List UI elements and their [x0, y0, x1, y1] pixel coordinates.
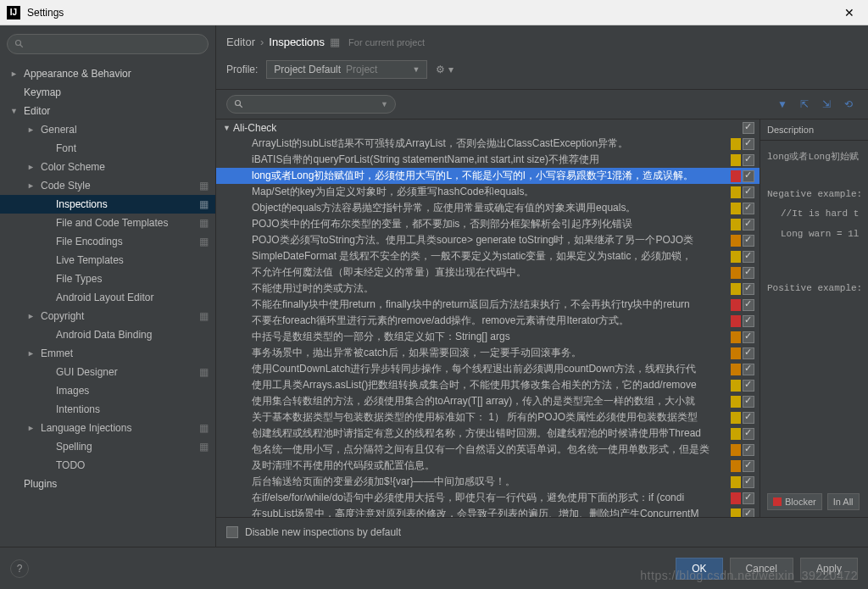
sidebar-item[interactable]: Intentions	[0, 400, 215, 419]
inspection-checkbox[interactable]	[743, 476, 754, 488]
inspection-text: Map/Set的key为自定义对象时，必须重写hashCode和equals。	[252, 185, 731, 199]
inspection-row[interactable]: 关于基本数据类型与包装数据类型的使用标准如下： 1） 所有的POJO类属性必须使…	[216, 409, 760, 425]
inspection-checkbox[interactable]	[743, 492, 754, 504]
inspection-checkbox[interactable]	[743, 364, 754, 375]
sidebar-item[interactable]: ►Language Injections▦	[0, 419, 215, 437]
reset-icon[interactable]: ⟲	[839, 95, 858, 114]
sidebar-item[interactable]: Spelling▦	[0, 437, 215, 456]
inspection-row[interactable]: 后台输送给页面的变量必须加$!{var}——中间加感叹号！。	[216, 474, 760, 490]
inspection-row[interactable]: SimpleDateFormat 是线程不安全的类，一般不要定义为static变…	[216, 248, 760, 264]
inspection-checkbox[interactable]	[743, 203, 754, 214]
sidebar-item[interactable]: File Encodings▦	[0, 232, 215, 251]
inspection-checkbox[interactable]	[743, 508, 754, 518]
inspection-text: 使用工具类Arrays.asList()把数组转换成集合时，不能使用其修改集合相…	[252, 378, 731, 392]
inspection-checkbox[interactable]	[743, 412, 754, 424]
inspection-checkbox[interactable]	[743, 331, 754, 343]
inspection-row[interactable]: Object的equals方法容易抛空指针异常，应使用常量或确定有值的对象来调用…	[216, 200, 760, 216]
inspection-row[interactable]: Map/Set的key为自定义对象时，必须重写hashCode和equals。	[216, 184, 760, 200]
inspection-checkbox[interactable]	[743, 380, 754, 392]
sidebar-item[interactable]: File and Code Templates▦	[0, 214, 215, 232]
inspection-checkbox[interactable]	[743, 267, 754, 279]
inspection-row[interactable]: 包名统一使用小写，点分隔符之间有且仅有一个自然语义的英语单词。包名统一使用单数形…	[216, 442, 760, 458]
sidebar-item[interactable]: File Types	[0, 269, 215, 288]
inspection-text: 不要在foreach循环里进行元素的remove/add操作。remove元素请…	[252, 314, 731, 328]
sidebar-item[interactable]: ►Copyright▦	[0, 307, 215, 325]
inspection-row[interactable]: 使用工具类Arrays.asList()把数组转换成集合时，不能使用其修改集合相…	[216, 377, 760, 393]
disable-checkbox[interactable]	[226, 526, 238, 538]
tree-arrow-icon: ▼	[223, 124, 233, 132]
inspection-row[interactable]: 不能使用过时的类或方法。	[216, 281, 760, 297]
inspection-row[interactable]: 使用CountDownLatch进行异步转同步操作，每个线程退出前必须调用cou…	[216, 361, 760, 377]
inspection-row[interactable]: 创建线程或线程池时请指定有意义的线程名称，方便出错时回溯。创建线程池的时候请使用…	[216, 425, 760, 442]
inspection-checkbox[interactable]	[743, 444, 754, 456]
inspection-checkbox[interactable]	[743, 138, 754, 150]
severity-indicator	[731, 396, 741, 408]
sidebar-item[interactable]: Images	[0, 381, 215, 400]
inspection-row[interactable]: 事务场景中，抛出异常被catch后，如果需要回滚，一定要手动回滚事务。	[216, 345, 760, 361]
sidebar-search[interactable]	[7, 34, 209, 54]
inspection-checkbox[interactable]	[743, 460, 754, 472]
inspection-row[interactable]: 在subList场景中，高度注意对原列表的修改，会导致子列表的遍历、增加、删除均…	[216, 506, 760, 517]
sidebar-item[interactable]: Plugins	[0, 475, 215, 493]
inspection-checkbox[interactable]	[743, 235, 754, 247]
severity-combo[interactable]: Blocker	[767, 493, 822, 510]
inspection-checkbox[interactable]	[743, 347, 754, 359]
sidebar-item[interactable]: ▼Editor	[0, 102, 215, 120]
filter-icon[interactable]: ▼	[773, 95, 792, 114]
profile-combo[interactable]: Project Default Project ▼	[266, 60, 427, 79]
sidebar-item[interactable]: Android Layout Editor	[0, 288, 215, 307]
inspection-row[interactable]: 不允许任何魔法值（即未经定义的常量）直接出现在代码中。	[216, 264, 760, 281]
group-checkbox[interactable]	[743, 122, 754, 134]
inspection-checkbox[interactable]	[743, 283, 754, 295]
collapse-all-icon[interactable]: ⇲	[817, 95, 836, 114]
inspection-row[interactable]: 及时清理不再使用的代码段或配置信息。	[216, 458, 760, 474]
inspection-checkbox[interactable]	[743, 396, 754, 408]
apply-button[interactable]: Apply	[800, 558, 858, 580]
inspection-checkbox[interactable]	[743, 315, 754, 327]
sidebar-item[interactable]: GUI Designer▦	[0, 363, 215, 381]
inspection-row[interactable]: ArrayList的subList结果不可强转成ArrayList，否则会抛出C…	[216, 136, 760, 152]
inspection-checkbox[interactable]	[743, 170, 754, 182]
inspection-row[interactable]: 使用集合转数组的方法，必须使用集合的toArray(T[] array)，传入的…	[216, 393, 760, 409]
inspection-checkbox[interactable]	[743, 299, 754, 311]
ok-button[interactable]: OK	[676, 558, 722, 580]
gear-icon[interactable]: ⚙ ▾	[436, 64, 453, 75]
sidebar-item[interactable]: Keymap	[0, 83, 215, 102]
inspection-search[interactable]: ▼	[226, 95, 396, 114]
sidebar-item[interactable]: ►General	[0, 120, 215, 139]
inspection-checkbox[interactable]	[743, 428, 754, 440]
title-bar: IJ Settings ✕	[0, 0, 868, 25]
sidebar-item[interactable]: Inspections▦	[0, 195, 215, 214]
close-icon[interactable]: ✕	[837, 6, 861, 19]
inspection-row[interactable]: 中括号是数组类型的一部分，数组定义如下：String[] args	[216, 329, 760, 345]
inspection-group[interactable]: ▼Ali-Check	[216, 119, 760, 136]
inspection-checkbox[interactable]	[743, 219, 754, 231]
inspection-list[interactable]: ▼Ali-CheckArrayList的subList结果不可强转成ArrayL…	[216, 119, 760, 517]
sidebar-item[interactable]: ►Color Scheme	[0, 158, 215, 176]
severity-indicator	[731, 508, 741, 518]
sidebar-item[interactable]: ►Code Style▦	[0, 176, 215, 195]
expand-all-icon[interactable]: ⇱	[795, 95, 814, 114]
inspection-row[interactable]: POJO类必须写toString方法。使用工具类source> generate…	[216, 232, 760, 248]
inspection-row[interactable]: 不要在foreach循环里进行元素的remove/add操作。remove元素请…	[216, 313, 760, 329]
inspection-checkbox[interactable]	[743, 251, 754, 263]
inspection-row[interactable]: 在if/else/for/while/do语句中必须使用大括号，即使只有一行代码…	[216, 490, 760, 506]
sidebar-item[interactable]: Android Data Binding	[0, 325, 215, 344]
settings-tree[interactable]: ►Appearance & BehaviorKeymap▼Editor►Gene…	[0, 61, 215, 547]
cancel-button[interactable]: Cancel	[730, 558, 793, 580]
sidebar-item[interactable]: ►Emmet	[0, 344, 215, 363]
inspection-checkbox[interactable]	[743, 154, 754, 166]
sidebar-item[interactable]: Live Templates	[0, 251, 215, 269]
breadcrumb-root[interactable]: Editor	[226, 36, 255, 48]
sidebar-item[interactable]: ►Appearance & Behavior	[0, 64, 215, 83]
inspection-row[interactable]: long或者Long初始赋值时，必须使用大写的L，不能是小写的l，小写容易跟数字…	[216, 168, 760, 184]
sidebar-item[interactable]: Font	[0, 139, 215, 158]
sidebar-item[interactable]: TODO	[0, 456, 215, 475]
inspection-checkbox[interactable]	[743, 186, 754, 198]
inspection-row[interactable]: iBATIS自带的queryForList(String statementNa…	[216, 152, 760, 168]
help-icon[interactable]: ?	[10, 559, 29, 578]
tree-arrow-icon: ▼	[10, 107, 19, 115]
inspection-row[interactable]: 不能在finally块中使用return，finally块中的return返回后…	[216, 297, 760, 313]
scope-combo[interactable]: In All	[827, 493, 860, 510]
inspection-row[interactable]: POJO类中的任何布尔类型的变量，都不要加is，否则部分框架解析会引起序列化错误	[216, 216, 760, 232]
